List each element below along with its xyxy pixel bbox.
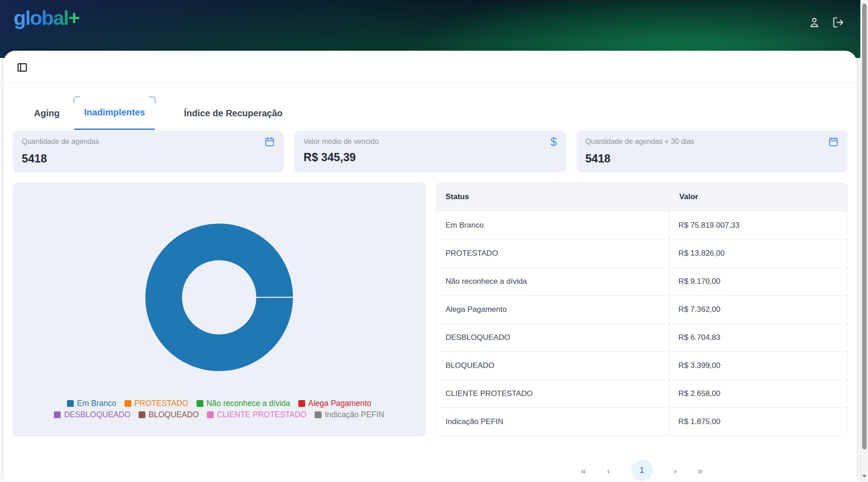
stat-card-valor-medio-de-vencido: Valor médio de vencido$R$ 345,39 [294,131,566,172]
page-next-button[interactable]: › [674,466,677,475]
sidebar-toggle-icon[interactable] [16,62,28,75]
legend-item-protestado[interactable]: PROTESTADO [125,398,188,409]
page-prev-button[interactable]: ‹ [607,466,610,475]
stat-cards: Quantidade de agendas5418Valor médio de … [13,131,848,172]
table-row: Não reconhece a dívidaR$ 9.170,00 [436,267,847,295]
scrollbar-thumb[interactable] [862,4,867,449]
header-actions [808,16,844,29]
legend-label: PROTESTADO [134,398,188,409]
status-table: Status Valor Em BrancoR$ 75.819.007,33PR… [436,182,848,436]
legend-label: BLOQUEADO [149,409,199,420]
table-row: CLIENTE PROTESTADOR$ 2.658,00 [436,379,847,407]
cell-status: Alega Pagamento [436,296,669,323]
legend-row: DESBLOQUEADOBLOQUEADOCLIENTE PROTESTADOI… [50,409,388,420]
legend-label: DESBLOQUEADO [64,409,130,420]
legend-item-alega-pagamento[interactable]: Alega Pagamento [298,398,371,409]
cell-status: Indicação PEFIN [436,408,669,435]
legend-item-desbloqueado[interactable]: DESBLOQUEADO [54,409,130,420]
page-last-button[interactable]: » [698,466,703,475]
legend-swatch [139,411,145,418]
chart-panel: Em BrancoPROTESTADONão reconhece a dívid… [13,182,426,437]
stat-card-label: Quantidade de agendas + 30 dias [585,138,695,146]
app-logo: global+ [14,6,79,30]
cell-valor: R$ 1.875,00 [669,408,847,435]
legend-swatch [315,411,321,418]
page-current-button[interactable]: 1 [631,459,653,481]
tab-aging[interactable]: Aging [24,96,70,130]
column-header-valor: Valor [669,183,847,211]
table-row: DESBLOQUEADOR$ 6.704,83 [436,323,847,351]
legend-swatch [54,411,61,418]
cell-valor: R$ 7.362,00 [669,296,847,323]
cell-status: CLIENTE PROTESTADO [436,380,669,407]
table-row: Em BrancoR$ 75.819.007,33 [436,211,847,239]
toolbar-divider [4,82,857,83]
table-body: Em BrancoR$ 75.819.007,33PROTESTADOR$ 13… [436,211,847,435]
legend-label: CLIENTE PROTESTADO [217,409,307,420]
stat-card-label: Quantidade de agendas [22,138,99,146]
table-row: Alega PagamentoR$ 7.362,00 [436,295,847,323]
legend-item-nao-reconhece-a-divida[interactable]: Não reconhece a dívida [197,398,290,409]
cell-valor: R$ 6.704,83 [669,324,847,351]
cell-status: Em Branco [436,211,669,239]
page-first-button[interactable]: « [581,466,586,475]
legend-swatch [67,400,74,407]
table-row: Indicação PEFINR$ 1.875,00 [436,407,847,435]
user-icon[interactable] [808,16,820,29]
cell-valor: R$ 2.658,00 [669,380,847,407]
cell-valor: R$ 3.399,00 [669,352,847,379]
calendar-icon [264,137,275,149]
stat-card-value: R$ 345,39 [303,151,556,164]
app-header: global+ [0,0,868,58]
legend-swatch [207,411,214,418]
legend-swatch [298,400,305,407]
toolbar [13,51,848,82]
donut-chart [144,222,294,372]
column-header-status: Status [436,183,669,211]
legend-row: Em BrancoPROTESTADONão reconhece a dívid… [50,398,388,409]
table-row: BLOQUEADOR$ 3.399,00 [436,351,847,379]
scrollbar-down-arrow[interactable] [862,475,867,478]
legend-label: Alega Pagamento [308,398,371,409]
stat-card-quantidade-de-agendas: Quantidade de agendas5418 [13,131,284,172]
right-column: Status Valor Em BrancoR$ 75.819.007,33PR… [436,182,848,481]
cell-status: PROTESTADO [436,239,669,267]
cell-status: DESBLOQUEADO [436,324,669,351]
legend-item-em-branco[interactable]: Em Branco [67,398,116,409]
logout-icon[interactable] [832,16,844,29]
legend-swatch [197,400,203,407]
chart-legend: Em BrancoPROTESTADONão reconhece a dívid… [50,398,388,420]
legend-item-indicacao-pefin[interactable]: Indicação PEFIN [315,409,384,420]
cell-status: BLOQUEADO [436,352,669,379]
calendar-icon [828,137,839,149]
stat-card-quantidade-de-agendas-30-dias: Quantidade de agendas + 30 dias5418 [576,131,848,172]
legend-item-bloqueado[interactable]: BLOQUEADO [139,409,199,420]
tab-indice-de-recuperacao[interactable]: Índice de Recuperação [174,96,293,130]
tabs: AgingInadimplentesÍndice de Recuperação [13,96,848,130]
stat-card-value: 5418 [22,152,275,165]
legend-swatch [125,400,131,407]
stat-card-label: Valor médio de vencido [303,138,379,146]
content-row: Em BrancoPROTESTADONão reconhece a dívid… [13,182,848,481]
cell-valor: R$ 75.819.007,33 [669,211,847,239]
main-card: AgingInadimplentesÍndice de Recuperação … [4,51,857,482]
legend-label: Não reconhece a dívida [206,398,290,409]
tab-inadimplentes[interactable]: Inadimplentes [74,96,155,130]
legend-item-cliente-protestado[interactable]: CLIENTE PROTESTADO [207,409,307,420]
pagination: « ‹ 1 › » [436,459,848,481]
legend-label: Indicação PEFIN [325,409,384,420]
stat-card-value: 5418 [585,152,839,165]
legend-label: Em Branco [77,398,116,409]
table-header: Status Valor [436,183,847,211]
table-row: PROTESTADOR$ 13.826,00 [436,239,847,267]
scrollbar[interactable] [860,0,868,482]
cell-valor: R$ 13.826,00 [669,239,847,267]
cell-status: Não reconhece a dívida [436,267,669,295]
dollar-icon: $ [551,137,557,148]
cell-valor: R$ 9.170,00 [669,267,847,295]
